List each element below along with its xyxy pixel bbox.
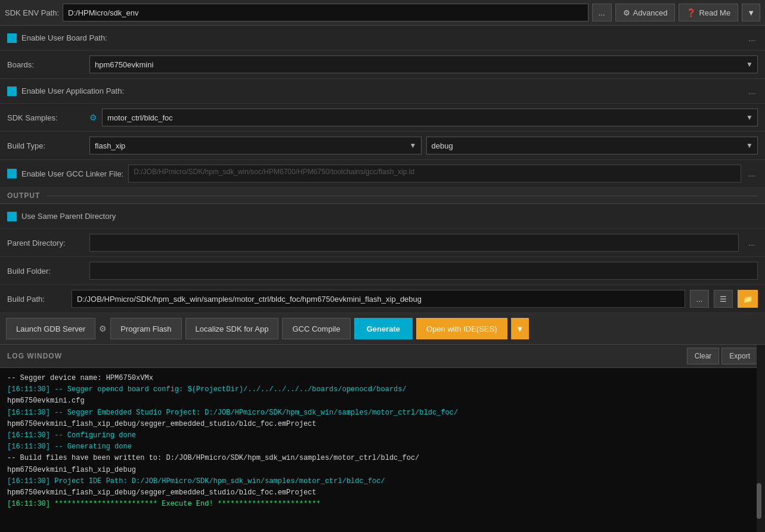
open-ide-label: Open with IDE(SES) (426, 324, 497, 333)
user-app-dots-button[interactable]: ... (746, 86, 758, 96)
open-ide-button[interactable]: Open with IDE(SES) (416, 318, 507, 339)
log-title: LOG WINDOW (7, 352, 62, 360)
output-title: OUTPUT (7, 191, 40, 200)
scrollbar-area (757, 345, 765, 532)
launch-gdb-label: Launch GDB Server (16, 324, 85, 333)
enable-user-board-label: Enable User Board Path: (21, 33, 107, 42)
build-path-dots-button[interactable]: ... (690, 290, 709, 308)
log-line: hpm6750evkmini_flash_xip_debug/segger_em… (7, 419, 758, 430)
build-type-label: Build Type: (7, 141, 85, 150)
gear-icon: ⚙ (623, 8, 630, 17)
sdk-env-label: SDK ENV Path: (5, 8, 59, 17)
build-path-row: Build Path: ... ☰ 📁 (0, 285, 765, 313)
enable-user-board-checkbox[interactable] (7, 33, 17, 43)
parent-dir-input[interactable] (89, 234, 739, 252)
use-same-parent-row: Use Same Parent Directory (0, 204, 765, 229)
action-bar: Launch GDB Server ⚙ Program Flash Locali… (0, 313, 765, 345)
sdk-samples-gear-icon[interactable]: ⚙ (89, 113, 97, 122)
log-line: [16:11:30] -- Segger opencd board config… (7, 384, 758, 395)
question-icon: ❓ (686, 8, 696, 17)
gcc-linker-row: Enable User GCC Linker File: D:/JOB/HPmi… (0, 160, 765, 188)
log-buttons: Clear Export (687, 348, 758, 364)
build-folder-label: Build Folder: (7, 267, 85, 276)
boards-label: Boards: (7, 60, 85, 69)
gcc-linker-checkbox[interactable] (7, 169, 17, 178)
build-path-input[interactable] (72, 290, 685, 308)
top-dropdown-arrow-button[interactable]: ▼ (742, 4, 760, 21)
log-line: hpm6750evkmini.cfg (7, 395, 758, 407)
log-line: hpm6750evkmini_flash_xip_debug (7, 465, 758, 476)
program-flash-label: Program Flash (120, 324, 171, 333)
advanced-label: Advanced (633, 8, 668, 17)
localize-sdk-label: Localize SDK for App (196, 324, 269, 333)
build-folder-row: Build Folder: (0, 257, 765, 285)
enable-user-board-row: Enable User Board Path: ... (0, 26, 765, 51)
build-folder-input[interactable] (89, 262, 758, 280)
sdk-env-bar: SDK ENV Path: ... ⚙ Advanced ❓ Read Me ▼ (0, 0, 765, 26)
generate-label: Generate (367, 324, 400, 333)
main-container: SDK ENV Path: ... ⚙ Advanced ❓ Read Me ▼… (0, 0, 765, 532)
log-line: -- Build files have been written to: D:/… (7, 453, 758, 464)
advanced-button[interactable]: ⚙ Advanced (615, 4, 676, 21)
build-type-row: Build Type: flash_xip ▼ debug ▼ (0, 132, 765, 160)
boards-select-wrapper: hpm6750evkmini ▼ (89, 55, 758, 73)
log-line: [16:11:30] ************************ Exec… (7, 499, 758, 510)
log-line: [16:11:30] Project IDE Path: D:/JOB/HPmi… (7, 476, 758, 487)
build-path-folder-button[interactable]: 📁 (738, 290, 758, 308)
build-path-label: Build Path: (7, 295, 67, 304)
sdk-samples-select-wrapper: motor_ctrl/bldc_foc ▼ (102, 109, 758, 126)
sdk-env-input[interactable] (63, 4, 589, 21)
readme-label: Read Me (699, 8, 730, 17)
boards-row: Boards: hpm6750evkmini ▼ (0, 51, 765, 79)
parent-dir-dots-button[interactable]: ... (746, 238, 758, 248)
log-header: LOG WINDOW Clear Export (0, 345, 765, 368)
log-line: hpm6750evkmini_flash_xip_debug/segger_em… (7, 487, 758, 499)
parent-dir-label: Parent Directory: (7, 239, 85, 248)
gcc-linker-dots-button[interactable]: ... (746, 169, 758, 178)
sdk-samples-select[interactable]: motor_ctrl/bldc_foc (102, 109, 758, 126)
gcc-compile-button[interactable]: GCC Compile (282, 318, 350, 339)
localize-sdk-button[interactable]: Localize SDK for App (185, 318, 279, 339)
launch-gdb-button[interactable]: Launch GDB Server (6, 318, 95, 339)
enable-user-app-checkbox[interactable] (7, 86, 17, 96)
use-same-parent-checkbox[interactable] (7, 212, 17, 221)
terminal-icon: ☰ (720, 295, 727, 304)
log-window[interactable]: -- Segger device name: HPM6750xVMx[16:11… (0, 368, 765, 532)
debug-type-select-wrapper: debug ▼ (426, 137, 758, 154)
parent-dir-row: Parent Directory: ... (0, 229, 765, 257)
boards-select[interactable]: hpm6750evkmini (89, 55, 758, 73)
open-ide-dropdown-button[interactable]: ▼ (511, 318, 529, 339)
log-line: [16:11:30] -- Generating done (7, 441, 758, 453)
user-board-dots-button[interactable]: ... (746, 33, 758, 43)
clear-button[interactable]: Clear (687, 348, 720, 364)
flash-type-select[interactable]: flash_xip (89, 137, 422, 154)
gcc-linker-path: D:/JOB/HPmicro/SDK/hpm_sdk_win/soc/HPM67… (128, 165, 741, 183)
use-same-parent-label: Use Same Parent Directory (21, 212, 116, 221)
sdk-env-dots-button[interactable]: ... (592, 4, 612, 21)
build-path-terminal-button[interactable]: ☰ (714, 290, 733, 308)
log-line: [16:11:30] -- Segger Embedded Studio Pro… (7, 407, 758, 419)
flash-type-select-wrapper: flash_xip ▼ (89, 137, 422, 154)
generate-button[interactable]: Generate (354, 318, 413, 339)
debug-type-select[interactable]: debug (426, 137, 758, 154)
gcc-compile-label: GCC Compile (292, 324, 340, 333)
sdk-samples-label: SDK Samples: (7, 113, 85, 122)
enable-user-app-row: Enable User Application Path: ... (0, 79, 765, 104)
launch-gdb-gear-icon[interactable]: ⚙ (99, 324, 107, 333)
sdk-samples-row: SDK Samples: ⚙ motor_ctrl/bldc_foc ▼ (0, 104, 765, 132)
log-line: [16:11:30] -- Configuring done (7, 430, 758, 441)
output-divider (47, 196, 758, 196)
log-area: LOG WINDOW Clear Export -- Segger device… (0, 345, 765, 532)
gcc-linker-label: Enable User GCC Linker File: (21, 169, 123, 178)
enable-user-app-label: Enable User Application Path: (21, 86, 124, 95)
folder-icon: 📁 (743, 295, 752, 304)
program-flash-button[interactable]: Program Flash (110, 318, 181, 339)
readme-button[interactable]: ❓ Read Me (679, 4, 738, 21)
log-line: -- Segger device name: HPM6750xVMx (7, 373, 758, 384)
export-button[interactable]: Export (721, 348, 758, 364)
output-section-header: OUTPUT (0, 188, 765, 204)
scrollbar-thumb[interactable] (757, 483, 761, 519)
